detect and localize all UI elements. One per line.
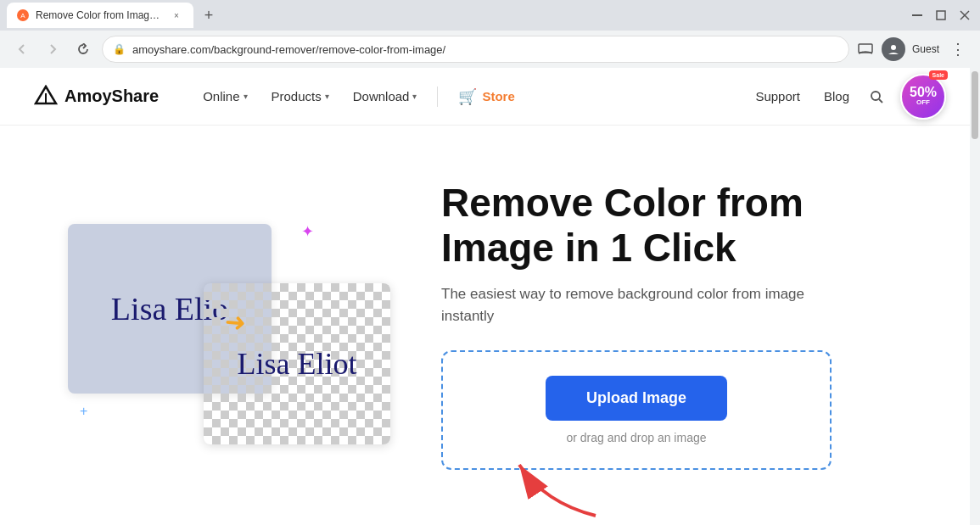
nav-online[interactable]: Online ▾ xyxy=(193,82,257,110)
logo-icon xyxy=(34,85,58,109)
minimize-button[interactable] xyxy=(909,7,926,24)
demo-panel: Lisa Elio ✦ ➜ Lisa Eliot + xyxy=(51,207,407,444)
lock-icon: 🔒 xyxy=(113,43,126,55)
nav-right: Support Blog Sale 50% OFF xyxy=(745,74,946,120)
demo-container: Lisa Elio ✦ ➜ Lisa Eliot + xyxy=(68,207,390,444)
scrollbar-thumb[interactable] xyxy=(972,71,978,139)
new-tab-button[interactable]: + xyxy=(197,3,221,27)
products-chevron: ▾ xyxy=(325,92,329,101)
cast-button[interactable] xyxy=(856,40,875,59)
maximize-button[interactable] xyxy=(932,7,949,24)
online-chevron: ▾ xyxy=(244,92,248,101)
title-bar: A Remove Color from Image Instar × + xyxy=(0,0,980,31)
refresh-button[interactable] xyxy=(71,37,95,61)
sale-off: OFF xyxy=(916,99,930,107)
url-text: amoyshare.com/background-remover/remove-… xyxy=(132,43,838,56)
page-content: AmoyShare Online ▾ Products ▾ Download ▾… xyxy=(0,68,980,525)
upload-image-button[interactable]: Upload Image xyxy=(546,376,727,421)
tab-favicon: A xyxy=(17,9,29,21)
logo[interactable]: AmoyShare xyxy=(34,85,159,109)
nav-support[interactable]: Support xyxy=(745,82,810,110)
scrollbar[interactable] xyxy=(970,68,980,525)
sale-badge[interactable]: Sale 50% OFF xyxy=(900,74,946,120)
plus-icon: + xyxy=(80,404,87,419)
svg-line-9 xyxy=(879,99,882,103)
nav-store[interactable]: 🛒 Store xyxy=(448,81,524,113)
address-bar: 🔒 amoyshare.com/background-remover/remov… xyxy=(0,31,980,68)
search-icon xyxy=(870,90,883,103)
url-bar[interactable]: 🔒 amoyshare.com/background-remover/remov… xyxy=(102,36,849,63)
close-button[interactable] xyxy=(956,7,973,24)
nav-download[interactable]: Download ▾ xyxy=(343,82,428,110)
sale-percent: 50% xyxy=(910,86,937,99)
svg-rect-1 xyxy=(937,11,945,20)
main-content: Lisa Elio ✦ ➜ Lisa Eliot + Remove Color … xyxy=(0,126,980,525)
download-chevron: ▾ xyxy=(412,92,417,101)
hero-subtitle: The easiest way to remove background col… xyxy=(441,283,832,327)
hero-title: Remove Color from Image in 1 Click xyxy=(441,181,946,271)
nav-blog[interactable]: Blog xyxy=(814,82,860,110)
window-controls xyxy=(909,7,973,24)
tab-title: Remove Color from Image Instar xyxy=(36,9,163,21)
signature-after: Lisa Eliot xyxy=(238,346,357,382)
nav-products[interactable]: Products ▾ xyxy=(261,82,339,110)
tab-close-btn[interactable]: × xyxy=(170,8,183,22)
arrow-decoration xyxy=(511,452,613,523)
more-button[interactable]: ⋮ xyxy=(946,37,970,61)
svg-rect-0 xyxy=(912,14,922,16)
cart-icon: 🛒 xyxy=(458,87,477,106)
upload-zone[interactable]: Upload Image or drag and drop an image xyxy=(441,350,832,470)
active-tab: A Remove Color from Image Instar × xyxy=(7,3,193,28)
profile-label: Guest xyxy=(912,43,939,55)
logo-text: AmoyShare xyxy=(64,87,159,106)
navbar: AmoyShare Online ▾ Products ▾ Download ▾… xyxy=(0,68,980,126)
red-arrow-svg xyxy=(511,452,613,520)
svg-point-8 xyxy=(871,92,880,100)
back-button[interactable] xyxy=(10,37,34,61)
svg-point-5 xyxy=(891,45,896,50)
sale-tag: Sale xyxy=(929,70,948,81)
search-button[interactable] xyxy=(863,83,890,110)
browser-chrome: A Remove Color from Image Instar × + xyxy=(0,0,980,68)
arrow-indicator: ➜ xyxy=(224,305,248,337)
nav-links: Online ▾ Products ▾ Download ▾ 🛒 Store xyxy=(193,81,745,113)
nav-divider xyxy=(437,87,438,107)
sparkle-icon: ✦ xyxy=(301,222,314,241)
drag-drop-text: or drag and drop an image xyxy=(567,431,707,444)
hero-panel: Remove Color from Image in 1 Click The e… xyxy=(407,181,946,471)
profile-button[interactable] xyxy=(882,37,905,61)
forward-button[interactable] xyxy=(41,37,64,61)
